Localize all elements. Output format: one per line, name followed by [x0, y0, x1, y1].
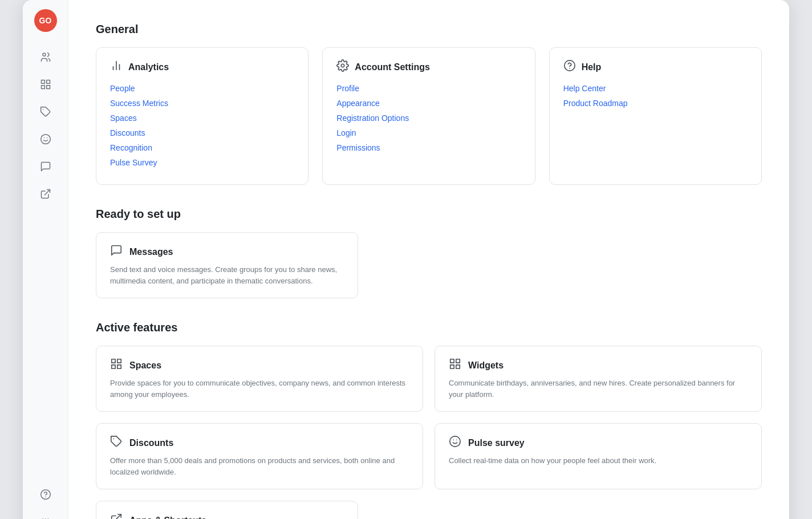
ready-section-title: Ready to set up: [96, 208, 762, 221]
help-card-title: Help: [582, 62, 602, 72]
spaces-card: Spaces Provide spaces for you to communi…: [96, 346, 423, 412]
settings-link-registration[interactable]: Registration Options: [336, 113, 521, 123]
active-features-title: Active features: [96, 321, 762, 334]
discounts-icon: [110, 435, 123, 451]
app-logo[interactable]: GO: [34, 9, 57, 32]
apps-shortcuts-card: Apps & Shortcuts: [96, 501, 358, 519]
pulse-icon: [449, 435, 461, 451]
general-section-title: General: [96, 23, 762, 36]
main-content: General Analytics People Success Metrics: [68, 0, 789, 519]
sidebar: GO: [23, 0, 68, 519]
svg-point-38: [450, 436, 460, 447]
widgets-desc: Communicate birthdays, anniversaries, an…: [449, 378, 748, 400]
apps-shortcuts-title: Apps & Shortcuts: [129, 516, 206, 520]
svg-rect-3: [41, 86, 44, 89]
widgets-icon: [449, 358, 461, 373]
messages-title: Messages: [129, 247, 173, 257]
analytics-link-discounts[interactable]: Discounts: [110, 128, 294, 137]
sidebar-help-icon[interactable]: [34, 483, 57, 506]
account-settings-card-title: Account Settings: [355, 62, 430, 72]
svg-rect-29: [112, 359, 115, 363]
settings-link-permissions[interactable]: Permissions: [336, 143, 521, 152]
settings-icon: [336, 59, 349, 75]
svg-point-6: [40, 135, 50, 144]
sidebar-chat-icon[interactable]: [34, 155, 57, 178]
svg-rect-32: [117, 365, 121, 368]
svg-point-0: [43, 53, 46, 56]
svg-rect-1: [41, 80, 44, 84]
pulse-title: Pulse survey: [468, 438, 525, 448]
account-settings-card: Account Settings Profile Appearance Regi…: [322, 47, 535, 185]
help-card: Help Help Center Product Roadmap: [549, 47, 762, 185]
bar-chart-icon: [110, 59, 123, 75]
svg-rect-30: [117, 359, 121, 363]
svg-line-41: [115, 514, 121, 519]
sidebar-grid-icon[interactable]: [34, 73, 57, 96]
help-circle-icon: [563, 59, 576, 75]
sidebar-emoji-icon[interactable]: [34, 128, 57, 151]
pulse-survey-card: Pulse survey Collect real-time data on h…: [435, 423, 762, 489]
spaces-icon: [110, 358, 123, 373]
message-icon: [110, 244, 123, 260]
svg-point-27: [564, 60, 574, 71]
analytics-card: Analytics People Success Metrics Spaces …: [96, 47, 308, 185]
spaces-desc: Provide spaces for you to communicate ob…: [110, 378, 409, 400]
sidebar-people-icon[interactable]: [34, 46, 57, 68]
analytics-link-pulse[interactable]: Pulse Survey: [110, 158, 294, 167]
discounts-title: Discounts: [129, 438, 173, 448]
svg-point-10: [40, 490, 50, 500]
analytics-link-spaces[interactable]: Spaces: [110, 113, 294, 123]
spaces-title: Spaces: [129, 360, 161, 371]
discounts-card: Discounts Offer more than 5,000 deals an…: [96, 423, 423, 489]
svg-rect-36: [456, 365, 460, 368]
svg-rect-35: [450, 365, 454, 368]
sidebar-share-icon[interactable]: [34, 183, 57, 205]
sidebar-tag-icon[interactable]: [34, 100, 57, 123]
help-link-center[interactable]: Help Center: [563, 84, 748, 93]
widgets-card: Widgets Communicate birthdays, anniversa…: [435, 346, 762, 412]
analytics-link-recognition[interactable]: Recognition: [110, 143, 294, 152]
messages-card: Messages Send text and voice messages. C…: [96, 232, 358, 298]
settings-link-login[interactable]: Login: [336, 128, 521, 137]
active-features-grid: Spaces Provide spaces for you to communi…: [96, 346, 762, 489]
svg-rect-2: [46, 80, 50, 84]
pulse-desc: Collect real-time data on how your peopl…: [449, 455, 748, 467]
help-link-roadmap[interactable]: Product Roadmap: [563, 99, 748, 108]
svg-rect-31: [112, 365, 115, 368]
external-link-icon: [110, 513, 123, 519]
settings-link-profile[interactable]: Profile: [336, 84, 521, 93]
svg-rect-34: [456, 359, 460, 363]
general-cards-row: Analytics People Success Metrics Spaces …: [96, 47, 762, 185]
analytics-link-people[interactable]: People: [110, 84, 294, 93]
sidebar-apps-icon[interactable]: [34, 510, 57, 519]
widgets-title: Widgets: [468, 360, 504, 371]
svg-rect-4: [46, 86, 50, 89]
discounts-desc: Offer more than 5,000 deals and promotio…: [110, 455, 409, 477]
svg-line-9: [44, 190, 50, 195]
messages-desc: Send text and voice messages. Create gro…: [110, 264, 344, 286]
settings-link-appearance[interactable]: Appearance: [336, 99, 521, 108]
svg-point-26: [342, 64, 345, 67]
analytics-card-title: Analytics: [128, 62, 169, 72]
svg-rect-33: [450, 359, 454, 363]
analytics-link-success[interactable]: Success Metrics: [110, 99, 294, 108]
